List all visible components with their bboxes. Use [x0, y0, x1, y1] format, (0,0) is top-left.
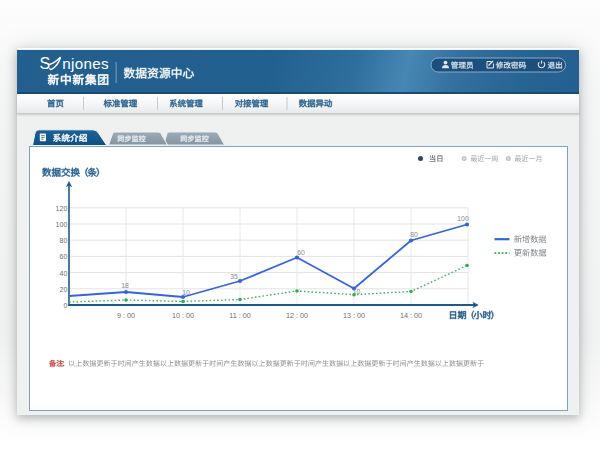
svg-text:10 : 00: 10 : 00: [172, 311, 194, 320]
svg-text:14 : 00: 14 : 00: [400, 311, 422, 320]
svg-text:20: 20: [60, 286, 68, 293]
svg-text:10: 10: [182, 289, 190, 296]
svg-text:18: 18: [121, 282, 129, 289]
svg-text:13 : 00: 13 : 00: [343, 311, 365, 320]
svg-text:njones: njones: [62, 55, 109, 72]
svg-text:80: 80: [60, 237, 68, 244]
svg-text:35: 35: [230, 273, 238, 280]
svg-text:9 : 00: 9 : 00: [117, 311, 135, 320]
svg-text:60: 60: [60, 253, 68, 260]
svg-text:0: 0: [63, 302, 67, 309]
svg-text:120: 120: [56, 205, 68, 212]
svg-text:60: 60: [297, 249, 305, 256]
svg-text:80: 80: [410, 231, 418, 238]
svg-text:10: 10: [353, 288, 361, 295]
svg-text:12 : 00: 12 : 00: [286, 311, 308, 320]
svg-text:40: 40: [60, 270, 68, 277]
svg-text:100: 100: [56, 221, 68, 228]
svg-text:11 : 00: 11 : 00: [229, 311, 250, 320]
svg-text:S: S: [40, 55, 51, 72]
svg-text:100: 100: [457, 215, 469, 222]
